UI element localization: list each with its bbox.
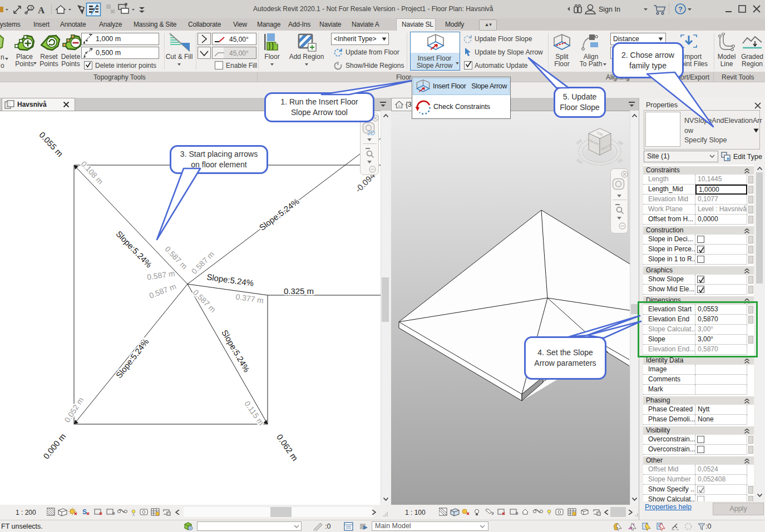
svg-text:0.587 m: 0.587 m xyxy=(163,245,189,271)
svg-text:Slope:5.24%: Slope:5.24% xyxy=(220,328,251,374)
svg-text:Slope:5.24%: Slope:5.24% xyxy=(114,229,154,270)
svg-text:1: 1 xyxy=(30,6,32,10)
svg-text:Slope:5.24%: Slope:5.24% xyxy=(258,196,301,232)
svg-text:S: S xyxy=(82,508,87,516)
svg-text:0.325 m: 0.325 m xyxy=(284,286,314,296)
svg-text:0.587 m: 0.587 m xyxy=(191,288,218,314)
svg-text:0.000 m: 0.000 m xyxy=(41,431,67,461)
svg-text:Sign In: Sign In xyxy=(599,6,620,13)
svg-text:0.587 m: 0.587 m xyxy=(190,250,216,276)
svg-text:0.587 m: 0.587 m xyxy=(146,269,175,282)
svg-text:0.062 m: 0.062 m xyxy=(275,432,300,463)
svg-text:9: 9 xyxy=(491,511,494,516)
svg-text:9: 9 xyxy=(112,511,115,516)
svg-text:0.108 m: 0.108 m xyxy=(80,160,105,186)
svg-text:9: 9 xyxy=(516,511,519,516)
svg-text:SE: SE xyxy=(617,157,624,163)
svg-text:NE: NE xyxy=(618,140,624,146)
svg-text:?: ? xyxy=(678,5,683,13)
svg-text:A: A xyxy=(38,5,45,16)
svg-text:0.055 m: 0.055 m xyxy=(37,130,65,158)
svg-text:NW: NW xyxy=(575,138,583,145)
svg-text:0.587 m: 0.587 m xyxy=(148,282,177,300)
svg-text:Slope:5.24%: Slope:5.24% xyxy=(206,272,254,288)
svg-text:Slope:5.24%: Slope:5.24% xyxy=(114,337,151,380)
svg-text:0.115 m: 0.115 m xyxy=(243,399,266,427)
